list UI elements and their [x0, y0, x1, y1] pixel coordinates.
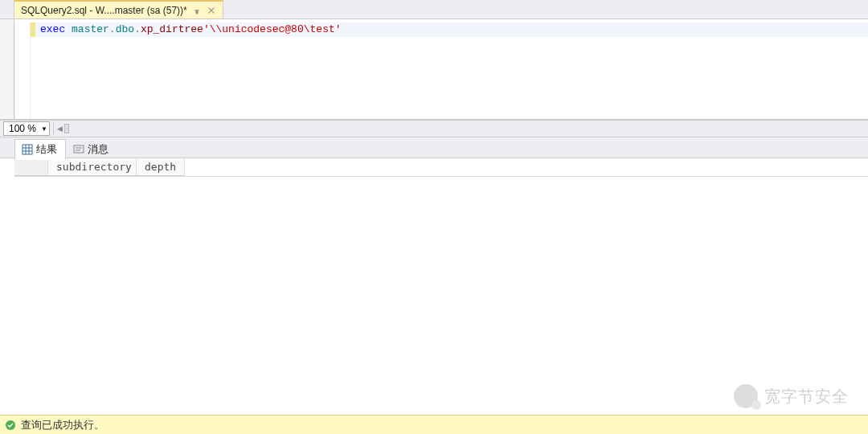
proc-name: xp_dirtree — [141, 23, 203, 35]
grid-corner[interactable] — [14, 158, 48, 176]
results-grid[interactable]: subdirectory depth — [0, 158, 868, 415]
arrow-left-icon: ◀ — [57, 125, 63, 133]
document-tab-row: SQLQuery2.sql - W....master (sa (57))* — [0, 0, 868, 19]
results-tab-row: 结果 消息 — [0, 137, 868, 158]
zoom-dropdown[interactable]: 100 % ▼ — [3, 121, 50, 136]
grid-icon — [22, 144, 33, 155]
tab-results-label: 结果 — [36, 142, 57, 157]
code-editor-container: exec master.dbo.xp_dirtree'\\unicodesec@… — [0, 19, 868, 120]
identifier-master: master — [72, 23, 109, 35]
tab-messages[interactable]: 消息 — [66, 139, 117, 159]
string-literal: \\unicodesec@80\test — [210, 23, 335, 35]
code-editor[interactable]: exec master.dbo.xp_dirtree'\\unicodesec@… — [14, 19, 868, 119]
horizontal-scroll-hint[interactable]: ◀ — [57, 124, 69, 133]
success-check-icon — [5, 420, 16, 431]
grid-header-row: subdirectory depth — [14, 158, 868, 177]
chevron-down-icon: ▼ — [41, 125, 47, 133]
column-header-depth[interactable]: depth — [137, 158, 185, 176]
scroll-thumb[interactable] — [64, 124, 69, 133]
close-icon[interactable] — [207, 6, 216, 15]
status-bar: 查询已成功执行。 — [0, 415, 868, 434]
zoom-value: 100 % — [9, 123, 36, 134]
separator — [53, 122, 54, 135]
code-line-1[interactable]: exec master.dbo.xp_dirtree'\\unicodesec@… — [35, 23, 868, 37]
column-header-subdirectory[interactable]: subdirectory — [48, 158, 137, 176]
svg-rect-0 — [23, 145, 32, 154]
document-tab-active[interactable]: SQLQuery2.sql - W....master (sa (57))* — [14, 0, 223, 18]
message-icon — [73, 144, 84, 155]
tab-gutter — [0, 0, 14, 18]
code-area[interactable]: exec master.dbo.xp_dirtree'\\unicodesec@… — [14, 19, 868, 119]
identifier-dbo: dbo — [116, 23, 134, 35]
zoom-toolbar: 100 % ▼ ◀ — [0, 120, 868, 137]
tab-results[interactable]: 结果 — [14, 139, 66, 159]
keyword-exec: exec — [40, 23, 65, 35]
line-indicator-gutter — [14, 23, 31, 119]
status-message: 查询已成功执行。 — [21, 418, 104, 432]
pin-icon[interactable] — [192, 6, 202, 15]
editor-outer-gutter — [0, 19, 14, 119]
tab-messages-label: 消息 — [88, 142, 108, 157]
svg-rect-5 — [74, 145, 84, 153]
document-tab-title: SQLQuery2.sql - W....master (sa (57))* — [21, 5, 187, 16]
